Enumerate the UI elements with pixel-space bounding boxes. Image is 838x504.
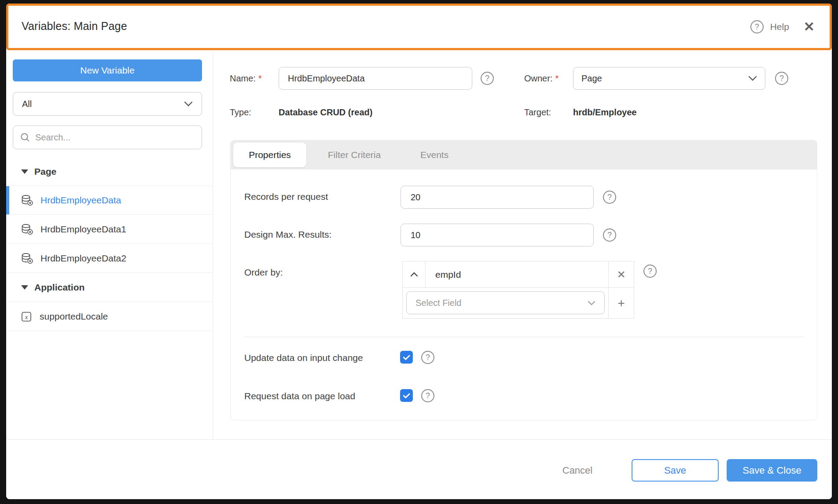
- required-asterisk: *: [555, 74, 559, 83]
- screen-background: Variables: Main Page ? Help ✕ New Variab…: [0, 0, 838, 504]
- variable-name: supportedLocale: [40, 311, 108, 322]
- question-icon[interactable]: ?: [643, 265, 657, 278]
- design-max-results-input[interactable]: [401, 224, 594, 246]
- chevron-up-icon: [410, 272, 418, 277]
- database-icon: [21, 195, 33, 206]
- cancel-button[interactable]: Cancel: [555, 459, 599, 482]
- request-on-load-checkbox[interactable]: [400, 389, 413, 402]
- triangle-down-icon: [21, 285, 28, 290]
- variable-name: HrdbEmployeeData1: [40, 224, 126, 235]
- header-actions: ? Help ✕: [750, 6, 815, 48]
- check-icon: [402, 391, 411, 400]
- properties-panel: Records per request ? Design Max. Result…: [230, 169, 817, 420]
- remove-icon[interactable]: ✕: [608, 261, 634, 287]
- question-icon[interactable]: ?: [421, 389, 434, 402]
- question-icon[interactable]: ?: [775, 72, 788, 85]
- triangle-down-icon: [21, 169, 28, 174]
- search-box[interactable]: [13, 125, 202, 149]
- save-and-close-button[interactable]: Save & Close: [727, 459, 817, 482]
- new-variable-button[interactable]: New Variable: [13, 59, 202, 81]
- add-icon[interactable]: +: [608, 288, 634, 318]
- request-on-load-label: Request data on page load: [244, 391, 355, 401]
- update-on-change-checkbox[interactable]: [400, 351, 413, 364]
- variable-filter-select[interactable]: All: [13, 92, 202, 116]
- owner-value: Page: [581, 74, 602, 84]
- check-icon: [402, 353, 411, 362]
- variable-detail-panel: Name:* ? Owner:* Page ? Type: Database C…: [213, 50, 832, 439]
- records-per-request-label: Records per request: [244, 191, 328, 202]
- chevron-down-icon: [748, 76, 757, 81]
- sidebar-item-hrdbemployeedata1[interactable]: HrdbEmployeeData1: [6, 215, 213, 244]
- name-input[interactable]: [279, 67, 472, 90]
- chevron-down-icon: [588, 301, 595, 305]
- sort-direction-toggle[interactable]: [403, 261, 426, 287]
- question-icon[interactable]: ?: [421, 351, 434, 364]
- order-by-field[interactable]: empId: [426, 261, 608, 287]
- divider: [244, 337, 804, 337]
- select-field-placeholder: Select Field: [415, 298, 462, 308]
- tab-filter-criteria[interactable]: Filter Criteria: [328, 140, 381, 169]
- database-icon: [21, 224, 33, 235]
- question-icon[interactable]: ?: [481, 72, 494, 85]
- section-label: Application: [34, 282, 85, 293]
- add-order-row: Select Field +: [403, 288, 634, 318]
- detail-tabbar: Properties Filter Criteria Events: [230, 140, 817, 169]
- type-value: Database CRUD (read): [279, 107, 372, 118]
- help-icon[interactable]: ?: [750, 20, 764, 33]
- database-icon: [21, 253, 33, 264]
- dialog-header: Variables: Main Page ? Help ✕: [6, 4, 832, 50]
- sidebar-section-application[interactable]: Application: [6, 273, 213, 302]
- variable-icon: x: [21, 311, 33, 322]
- owner-select[interactable]: Page: [573, 67, 765, 90]
- page-title: Variables: Main Page: [22, 20, 127, 33]
- order-by-row: empId ✕: [403, 261, 634, 288]
- section-label: Page: [34, 166, 56, 177]
- search-input[interactable]: [35, 132, 185, 143]
- sidebar-item-hrdbemployeedata2[interactable]: HrdbEmployeeData2: [6, 244, 213, 273]
- update-on-change-label: Update data on input change: [244, 353, 363, 363]
- order-by-label: Order by:: [244, 267, 283, 278]
- target-label: Target:: [524, 107, 551, 118]
- svg-text:x: x: [25, 313, 28, 320]
- owner-label: Owner:*: [524, 74, 559, 84]
- select-field-dropdown[interactable]: Select Field: [406, 291, 605, 314]
- variable-list: HrdbEmployeeData HrdbEmployeeData1: [6, 186, 213, 331]
- variables-dialog: Variables: Main Page ? Help ✕ New Variab…: [6, 4, 832, 499]
- tab-properties[interactable]: Properties: [233, 143, 306, 167]
- type-label: Type:: [230, 107, 251, 118]
- sidebar-item-hrdbemployeedata[interactable]: HrdbEmployeeData: [6, 186, 213, 215]
- question-icon[interactable]: ?: [603, 228, 616, 242]
- variable-name: HrdbEmployeeData2: [40, 253, 126, 264]
- search-icon: [20, 132, 30, 142]
- variables-sidebar: New Variable All Page: [6, 50, 213, 439]
- order-by-widget: empId ✕ Select Field +: [402, 261, 634, 319]
- records-per-request-input[interactable]: [401, 186, 594, 209]
- save-button[interactable]: Save: [632, 459, 719, 482]
- variable-filter-value: All: [22, 99, 32, 109]
- variable-name: HrdbEmployeeData: [40, 195, 121, 206]
- required-asterisk: *: [258, 74, 262, 83]
- target-value: hrdb/Employee: [573, 107, 636, 118]
- tab-events[interactable]: Events: [420, 140, 448, 169]
- design-max-results-label: Design Max. Results:: [244, 229, 331, 240]
- sidebar-section-page[interactable]: Page: [6, 162, 213, 182]
- help-link[interactable]: Help: [770, 22, 789, 32]
- close-icon[interactable]: ✕: [804, 20, 815, 33]
- chevron-down-icon: [184, 101, 193, 107]
- dialog-footer: Cancel Save Save & Close: [6, 439, 832, 499]
- question-icon[interactable]: ?: [603, 191, 616, 204]
- name-label: Name:*: [230, 74, 262, 84]
- sidebar-item-supportedlocale[interactable]: x supportedLocale: [6, 302, 213, 331]
